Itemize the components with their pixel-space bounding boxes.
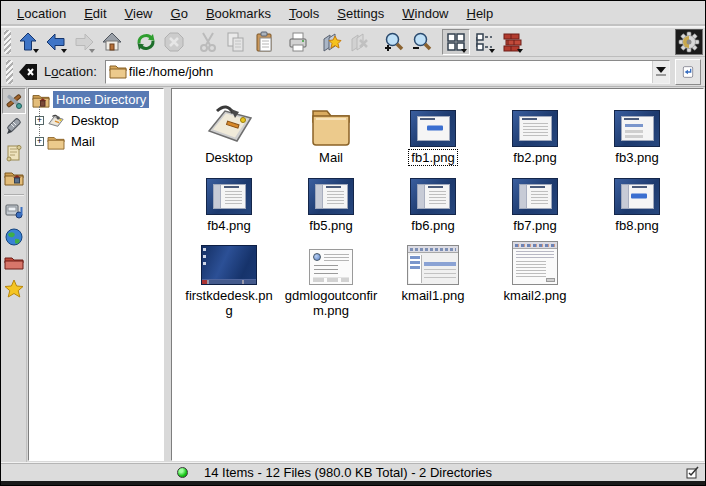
file-icon-view[interactable]: Desktop Mail fb1.png — [171, 88, 704, 461]
file-item-fb3[interactable]: fb3.png — [586, 97, 688, 173]
sidebar-configure-button[interactable] — [2, 88, 26, 114]
sidebar-devices-button[interactable] — [2, 198, 26, 224]
menu-edit[interactable]: Edit — [76, 3, 114, 24]
location-input[interactable] — [127, 64, 652, 79]
sidebar-divider — [4, 194, 24, 196]
sidebar-root-button[interactable] — [2, 250, 26, 276]
panel-splitter[interactable] — [164, 87, 171, 462]
location-combobox[interactable] — [105, 60, 670, 84]
stop-icon — [163, 31, 185, 53]
root-folder-icon — [4, 253, 24, 273]
menu-view[interactable]: View — [117, 3, 161, 24]
home-folder-icon — [4, 169, 24, 189]
file-item-fb5[interactable]: fb5.png — [280, 173, 382, 237]
clear-location-button[interactable] — [16, 59, 40, 85]
menu-help[interactable]: Help — [459, 3, 502, 24]
sidebar-home-button[interactable] — [2, 166, 26, 192]
location-label: Location: — [44, 64, 97, 79]
cut-icon — [197, 31, 219, 53]
pen-icon — [4, 117, 24, 137]
image-thumbnail — [512, 237, 558, 285]
forward-button[interactable] — [70, 29, 98, 55]
file-item-gdmlogoutconfirm[interactable]: gdmlogoutconfirm.png — [280, 237, 382, 329]
print-button[interactable] — [284, 29, 312, 55]
go-button[interactable] — [675, 59, 701, 85]
image-thumbnail — [512, 173, 558, 215]
file-item-fb4[interactable]: fb4.png — [178, 173, 280, 237]
file-item-fb2[interactable]: fb2.png — [484, 97, 586, 173]
close-tab-button[interactable] — [346, 29, 374, 55]
file-item-kmail1[interactable]: kmail1.png — [382, 237, 484, 329]
reload-button[interactable] — [132, 29, 160, 55]
back-button[interactable] — [42, 29, 70, 55]
copy-icon — [225, 31, 247, 53]
tree-item-mail[interactable]: + Mail — [35, 131, 163, 152]
menu-location[interactable]: Location — [9, 3, 74, 24]
zoom-out-icon — [411, 31, 433, 53]
file-item-fb1[interactable]: fb1.png — [382, 97, 484, 173]
bookmarks-star-icon — [4, 279, 24, 299]
dropdown-arrow-icon — [89, 49, 95, 53]
file-item-kmail2[interactable]: kmail2.png — [484, 237, 586, 329]
stop-button[interactable] — [160, 29, 188, 55]
menu-window[interactable]: Window — [394, 3, 456, 24]
file-item-firstkdedesk[interactable]: firstkdedesk.png — [178, 237, 280, 329]
active-view-indicator-icon[interactable] — [686, 466, 699, 479]
new-tab-button[interactable] — [318, 29, 346, 55]
zoom-in-button[interactable] — [380, 29, 408, 55]
dropdown-arrow-icon — [517, 49, 523, 53]
file-item-desktop[interactable]: Desktop — [178, 97, 280, 173]
home-button[interactable] — [98, 29, 126, 55]
konqueror-throbber[interactable] — [675, 29, 703, 55]
menu-bookmarks[interactable]: Bookmarks — [198, 3, 279, 24]
devices-icon — [4, 201, 24, 221]
configure-icon — [4, 91, 24, 111]
green-led-icon — [177, 467, 188, 478]
tree-view-button[interactable] — [470, 29, 498, 55]
file-item-fb8[interactable]: fb8.png — [586, 173, 688, 237]
folder-icon — [307, 97, 355, 147]
expand-icon[interactable]: + — [35, 116, 44, 125]
sidebar-bookmarks-button[interactable] — [2, 276, 26, 302]
sidebar-history-button[interactable] — [2, 140, 26, 166]
file-item-mail[interactable]: Mail — [280, 97, 382, 173]
history-scroll-icon — [4, 143, 24, 163]
detailed-list-view-button[interactable] — [498, 29, 526, 55]
main-toolbar — [1, 27, 705, 57]
folder-icon — [109, 64, 127, 79]
tree-item-home-directory[interactable]: Home Directory — [29, 89, 163, 110]
up-button[interactable] — [14, 29, 42, 55]
image-thumbnail — [206, 173, 252, 215]
menu-settings[interactable]: Settings — [329, 3, 392, 24]
expand-icon[interactable]: + — [35, 137, 44, 146]
folder-icon — [47, 134, 65, 150]
dropdown-arrow-icon — [461, 49, 467, 53]
location-dropdown-button[interactable] — [652, 61, 669, 83]
dropdown-arrow-icon — [61, 49, 67, 53]
dropdown-arrow-icon — [489, 49, 495, 53]
close-tab-icon — [349, 31, 371, 53]
menu-tools[interactable]: Tools — [281, 3, 327, 24]
location-toolbar: Location: — [1, 57, 705, 87]
desktop-icon — [47, 113, 65, 129]
toolbar-grip[interactable] — [4, 30, 11, 54]
sidebar-network-button[interactable] — [2, 224, 26, 250]
tree-item-desktop[interactable]: + Desktop — [35, 110, 163, 131]
home-icon — [101, 31, 123, 53]
icon-view-button[interactable] — [442, 29, 470, 55]
menu-go[interactable]: Go — [163, 3, 196, 24]
file-item-fb7[interactable]: fb7.png — [484, 173, 586, 237]
paste-icon — [253, 31, 275, 53]
toolbar-grip[interactable] — [6, 60, 13, 84]
dropdown-arrow-icon — [33, 49, 39, 53]
copy-button[interactable] — [222, 29, 250, 55]
print-icon — [287, 31, 309, 53]
sidebar-metabar-button[interactable] — [2, 114, 26, 140]
go-enter-icon — [682, 63, 694, 81]
zoom-out-button[interactable] — [408, 29, 436, 55]
file-item-fb6[interactable]: fb6.png — [382, 173, 484, 237]
desktop-folder-icon — [203, 97, 255, 147]
image-thumbnail — [201, 237, 257, 285]
cut-button[interactable] — [194, 29, 222, 55]
paste-button[interactable] — [250, 29, 278, 55]
